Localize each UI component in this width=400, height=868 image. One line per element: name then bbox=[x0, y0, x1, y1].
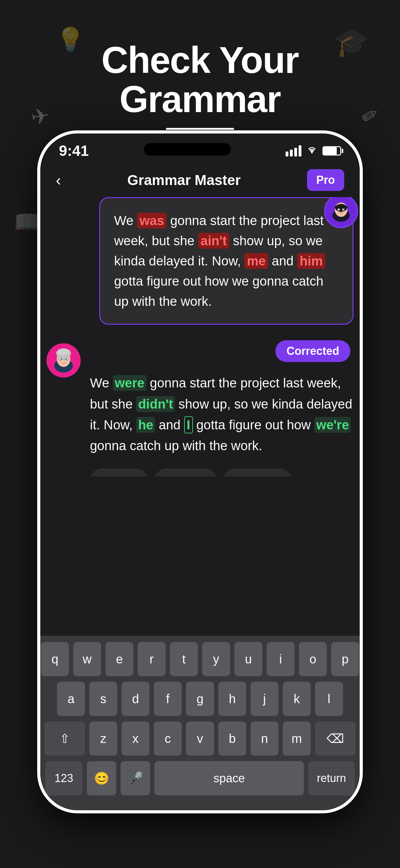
svg-point-12 bbox=[57, 349, 70, 355]
svg-point-15 bbox=[61, 359, 62, 360]
header-underline bbox=[166, 128, 234, 130]
error-me: me bbox=[244, 253, 268, 269]
ai-corrected-text: We were gonna start the project last wee… bbox=[90, 369, 354, 459]
reask-label: Re-ask bbox=[247, 475, 280, 476]
svg-point-0 bbox=[311, 152, 312, 154]
key-a[interactable]: a bbox=[57, 682, 85, 716]
key-x[interactable]: x bbox=[122, 721, 149, 755]
key-f[interactable]: f bbox=[154, 682, 182, 716]
ai-text-normal-1: We bbox=[90, 376, 113, 390]
ai-text-normal-4: and bbox=[155, 417, 184, 432]
keyboard-row-3: ⇧ z x c v b n m ⌫ bbox=[45, 721, 355, 755]
signal-icon bbox=[286, 145, 301, 156]
error-aint: ain't bbox=[198, 233, 229, 249]
user-text-normal-1: We bbox=[114, 213, 137, 228]
keyboard-row-4: 123 😊 🎤 space return bbox=[45, 761, 355, 795]
shift-key[interactable]: ⇧ bbox=[45, 721, 85, 755]
nav-title: Grammar Master bbox=[128, 172, 241, 188]
space-key[interactable]: space bbox=[155, 761, 304, 795]
ai-text-normal-6: gonna catch up with the work. bbox=[90, 438, 262, 453]
copy-button[interactable]: ⧉ Copy bbox=[90, 468, 148, 476]
key-c[interactable]: c bbox=[154, 721, 182, 755]
user-message-bubble: We was gonna start the project last week… bbox=[99, 197, 354, 325]
key-j[interactable]: j bbox=[251, 682, 278, 716]
correct-were2: we're bbox=[314, 417, 351, 433]
svg-point-7 bbox=[343, 209, 344, 211]
user-text-normal-5: gotta figure out how we gonna catch up w… bbox=[114, 274, 324, 309]
share-button[interactable]: ⇗ Share bbox=[154, 468, 217, 476]
backspace-key[interactable]: ⌫ bbox=[315, 721, 355, 755]
reask-icon: ↻ bbox=[234, 475, 243, 476]
key-d[interactable]: d bbox=[122, 682, 149, 716]
share-label: Share bbox=[178, 475, 206, 476]
share-icon: ⇗ bbox=[165, 475, 174, 476]
battery-icon bbox=[323, 146, 341, 156]
status-icons bbox=[286, 145, 341, 157]
mic-key[interactable]: 🎤 bbox=[121, 761, 150, 795]
space-label: space bbox=[213, 772, 245, 785]
key-b[interactable]: b bbox=[218, 721, 246, 755]
wifi-icon bbox=[306, 145, 318, 157]
svg-point-16 bbox=[66, 359, 67, 360]
phone-frame: 9:41 ‹ Grammar Mas bbox=[37, 130, 363, 813]
numbers-label: 123 bbox=[55, 772, 73, 785]
error-was: was bbox=[137, 213, 167, 228]
key-n[interactable]: n bbox=[251, 721, 278, 755]
copy-icon: ⧉ bbox=[101, 475, 108, 476]
key-s[interactable]: s bbox=[89, 682, 117, 716]
key-u[interactable]: u bbox=[234, 642, 262, 676]
book-icon: 📖 bbox=[14, 211, 41, 233]
action-buttons: ⧉ Copy ⇗ Share ↻ Re-ask bbox=[90, 468, 354, 476]
key-z[interactable]: z bbox=[89, 721, 117, 755]
ai-text-normal-5: gotta figure out how bbox=[193, 417, 314, 432]
key-v[interactable]: v bbox=[186, 721, 214, 755]
copy-label: Copy bbox=[112, 475, 137, 476]
user-message-container: We was gonna start the project last week… bbox=[46, 197, 354, 325]
key-m[interactable]: m bbox=[283, 721, 311, 755]
correct-didnt: didn't bbox=[136, 396, 175, 412]
correct-i: I bbox=[184, 416, 193, 433]
key-q[interactable]: q bbox=[41, 642, 69, 676]
ai-avatar bbox=[46, 343, 80, 377]
correct-were: were bbox=[113, 375, 146, 391]
nav-bar: ‹ Grammar Master Pro bbox=[40, 163, 360, 197]
status-bar: 9:41 bbox=[40, 133, 360, 163]
keyboard: q w e r t y u i o p a s d f g h j k l ⇧ … bbox=[40, 636, 360, 810]
key-y[interactable]: y bbox=[202, 642, 230, 676]
status-time: 9:41 bbox=[59, 142, 89, 159]
key-g[interactable]: g bbox=[186, 682, 214, 716]
key-r[interactable]: r bbox=[138, 642, 166, 676]
corrected-badge: Corrected bbox=[275, 340, 351, 362]
key-w[interactable]: w bbox=[73, 642, 101, 676]
error-him: him bbox=[297, 253, 325, 269]
pro-badge[interactable]: Pro bbox=[307, 169, 344, 191]
return-key[interactable]: return bbox=[308, 761, 355, 795]
emoji-key[interactable]: 😊 bbox=[87, 761, 116, 795]
key-h[interactable]: h bbox=[218, 682, 246, 716]
ai-message-container: Corrected We were gonna start the projec… bbox=[46, 340, 354, 476]
svg-point-6 bbox=[339, 209, 340, 211]
return-label: return bbox=[317, 772, 346, 785]
correct-he: he bbox=[136, 417, 155, 433]
numbers-key[interactable]: 123 bbox=[45, 761, 82, 795]
keyboard-row-1: q w e r t y u i o p bbox=[45, 642, 355, 676]
dynamic-island bbox=[144, 143, 231, 156]
keyboard-row-2: a s d f g h j k l bbox=[45, 682, 355, 716]
key-k[interactable]: k bbox=[283, 682, 311, 716]
user-text-normal-4: and bbox=[268, 254, 297, 268]
key-i[interactable]: i bbox=[267, 642, 295, 676]
back-button[interactable]: ‹ bbox=[56, 171, 61, 189]
key-t[interactable]: t bbox=[170, 642, 198, 676]
chat-area: We was gonna start the project last week… bbox=[40, 197, 360, 476]
key-l[interactable]: l bbox=[315, 682, 343, 716]
reask-button[interactable]: ↻ Re-ask bbox=[223, 468, 292, 476]
key-o[interactable]: o bbox=[299, 642, 327, 676]
page-title: Check Your Grammar bbox=[0, 40, 400, 119]
ai-message-content: Corrected We were gonna start the projec… bbox=[90, 340, 354, 476]
header: Check Your Grammar bbox=[0, 0, 400, 130]
key-p[interactable]: p bbox=[331, 642, 359, 676]
key-e[interactable]: e bbox=[105, 642, 133, 676]
